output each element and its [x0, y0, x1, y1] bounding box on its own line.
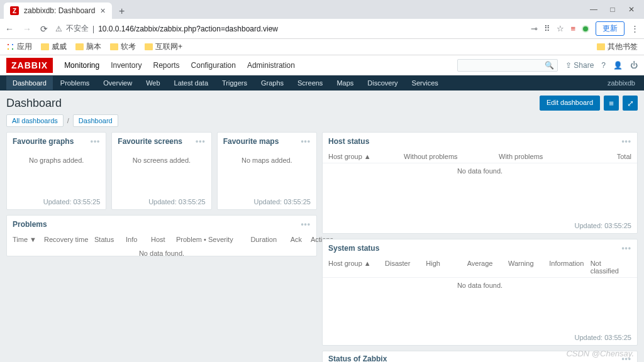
bookmark-item[interactable]: 软考 — [110, 41, 136, 52]
empty-message: No graphs added. — [13, 153, 100, 168]
close-window-icon[interactable]: ✕ — [628, 5, 635, 14]
app-header: ZABBIX Monitoring Inventory Reports Conf… — [0, 55, 644, 75]
empty-message: No screens added. — [118, 153, 205, 168]
widget-menu-icon[interactable]: ••• — [196, 137, 206, 146]
subnav-maps[interactable]: Maps — [330, 76, 360, 90]
zabbix-favicon: Z — [10, 6, 19, 15]
reload-icon[interactable]: ⟳ — [40, 24, 48, 34]
bookmark-other[interactable]: 其他书签 — [597, 41, 638, 52]
breadcrumb: All dashboards / Dashboard — [6, 114, 638, 127]
page-body: Dashboard Edit dashboard ≡ ⤢ All dashboa… — [0, 90, 644, 362]
url-field[interactable]: ⚠ 不安全 | 10.0.0.146/zabbix/zabbix.php?act… — [55, 23, 523, 34]
subnav-discovery[interactable]: Discovery — [361, 76, 404, 90]
subnav-triggers[interactable]: Triggers — [216, 76, 253, 90]
nav-inventory[interactable]: Inventory — [111, 56, 142, 75]
empty-message: No data found. — [7, 246, 316, 261]
edit-dashboard-button[interactable]: Edit dashboard — [540, 96, 600, 111]
widget-title: Host status — [328, 137, 369, 146]
share-button[interactable]: ⇪ Share — [565, 61, 594, 70]
updated-label: Updated: 03:55:25 — [323, 331, 637, 345]
empty-message: No data found. — [323, 163, 637, 178]
tab-title: zabbixdb: Dashboard — [24, 6, 95, 15]
widget-title: Problems — [13, 220, 47, 229]
help-icon[interactable]: ? — [601, 61, 606, 70]
widget-title: Favourite maps — [223, 137, 279, 146]
ext-icon[interactable]: ≡ — [570, 24, 575, 33]
breadcrumb-current[interactable]: Dashboard — [73, 114, 118, 127]
bookmarks-bar: 应用 威威 脑本 软考 互联网+ 其他书签 — [0, 39, 644, 55]
search-icon: 🔍 — [545, 61, 554, 70]
subnav-services[interactable]: Services — [406, 76, 445, 90]
widget-title: Favourite screens — [118, 137, 182, 146]
subnav-overview[interactable]: Overview — [97, 76, 138, 90]
forward-icon[interactable]: → — [23, 24, 31, 34]
empty-message: No data found. — [323, 278, 637, 293]
bookmark-item[interactable]: 脑本 — [75, 41, 101, 52]
maximize-icon[interactable]: □ — [609, 5, 616, 14]
subnav-graphs[interactable]: Graphs — [255, 76, 290, 90]
widget-menu-icon[interactable]: ••• — [621, 244, 631, 253]
page-title: Dashboard — [6, 97, 62, 110]
empty-message: No maps added. — [223, 153, 311, 168]
subnav-problems[interactable]: Problems — [54, 76, 96, 90]
list-icon[interactable]: ≡ — [604, 96, 619, 111]
nav-monitoring[interactable]: Monitoring — [64, 56, 99, 75]
widget-menu-icon[interactable]: ••• — [621, 354, 631, 362]
widget-title: System status — [328, 244, 379, 253]
insecure-label: 不安全 — [66, 23, 89, 34]
fullscreen-icon[interactable]: ⤢ — [623, 96, 638, 111]
table-header: Time ▼ Recovery time Status Info Host Pr… — [7, 233, 316, 246]
bookmark-item[interactable]: 威威 — [41, 41, 67, 52]
nav-configuration[interactable]: Configuration — [191, 56, 236, 75]
search-input[interactable]: 🔍 — [457, 59, 558, 72]
logout-icon[interactable]: ⏻ — [630, 61, 638, 70]
translate-icon[interactable]: ⠿ — [544, 24, 550, 33]
updated-label: Updated: 03:55:25 — [112, 195, 211, 209]
table-header: Host group ▲ Disaster High Average Warni… — [323, 257, 637, 278]
subnav-web[interactable]: Web — [140, 76, 166, 90]
insecure-icon: ⚠ — [55, 25, 62, 33]
widget-menu-icon[interactable]: ••• — [91, 137, 101, 146]
browser-update-button[interactable]: 更新 — [596, 21, 625, 36]
bookmark-apps[interactable]: 应用 — [6, 41, 32, 52]
table-header: Host group ▲ Without problems With probl… — [323, 150, 637, 163]
nav-reports[interactable]: Reports — [153, 56, 180, 75]
back-icon[interactable]: ← — [5, 24, 14, 34]
widget-menu-icon[interactable]: ••• — [301, 137, 311, 146]
star-icon[interactable]: ☆ — [557, 24, 564, 33]
window-controls: — □ ✕ — [590, 0, 644, 19]
subnav-latest-data[interactable]: Latest data — [168, 76, 214, 90]
widget-favourite-maps: Favourite maps••• No maps added. Updated… — [217, 132, 317, 210]
breadcrumb-all[interactable]: All dashboards — [6, 114, 64, 127]
widget-title: Favourite graphs — [13, 137, 74, 146]
widget-menu-icon[interactable]: ••• — [301, 220, 311, 229]
subnav-screens[interactable]: Screens — [291, 76, 329, 90]
nav-administration[interactable]: Administration — [247, 56, 295, 75]
updated-label: Updated: 03:55:25 — [7, 195, 106, 209]
new-tab-button[interactable]: + — [114, 4, 130, 19]
updated-label: Updated: 03:55:25 — [218, 195, 316, 209]
user-icon[interactable]: 👤 — [613, 61, 623, 70]
widget-status-of-zabbix: Status of Zabbix••• — [322, 351, 638, 362]
browser-tab[interactable]: Z zabbixdb: Dashboard × — [4, 3, 112, 19]
widget-favourite-graphs: Favourite graphs••• No graphs added. Upd… — [6, 132, 106, 210]
subnav-dashboard[interactable]: Dashboard — [6, 76, 53, 90]
record-icon[interactable] — [582, 25, 589, 33]
minimize-icon[interactable]: — — [590, 5, 597, 14]
address-bar: ← → ⟳ ⚠ 不安全 | 10.0.0.146/zabbix/zabbix.p… — [0, 19, 644, 39]
sub-nav: Dashboard Problems Overview Web Latest d… — [0, 75, 644, 90]
widget-system-status: System status••• Host group ▲ Disaster H… — [322, 239, 638, 346]
widget-title: Status of Zabbix — [328, 354, 387, 362]
zabbix-logo[interactable]: ZABBIX — [6, 58, 53, 73]
close-icon[interactable]: × — [100, 6, 105, 15]
main-nav: Monitoring Inventory Reports Configurati… — [64, 56, 295, 75]
key-icon[interactable]: ⊸ — [531, 24, 538, 33]
url-text: 10.0.0.146/zabbix/zabbix.php?action=dash… — [98, 25, 278, 33]
menu-icon[interactable]: ⋮ — [631, 24, 639, 33]
bookmark-item[interactable]: 互联网+ — [145, 41, 182, 52]
updated-label: Updated: 03:55:25 — [323, 219, 637, 233]
widget-host-status: Host status••• Host group ▲ Without prob… — [322, 132, 638, 234]
widget-problems: Problems••• Time ▼ Recovery time Status … — [6, 215, 317, 256]
widget-menu-icon[interactable]: ••• — [621, 137, 631, 146]
widget-favourite-screens: Favourite screens••• No screens added. U… — [111, 132, 211, 210]
